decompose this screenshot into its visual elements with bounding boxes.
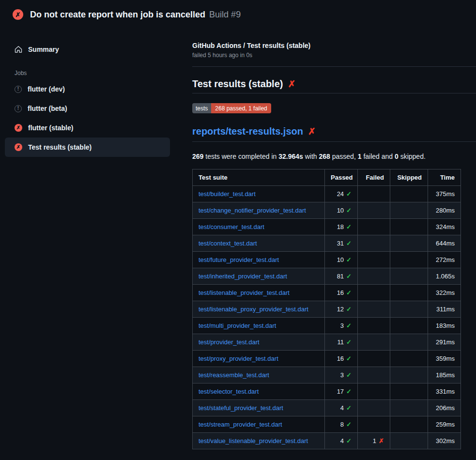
passed-cell: 3✓ (325, 367, 358, 383)
sidebar: Summary Jobs !flutter (dev)!flutter (bet… (0, 28, 192, 157)
column-header: Test suite (193, 169, 325, 186)
count-value: 12 (337, 306, 344, 313)
failed-cell (358, 416, 390, 433)
column-header: Failed (358, 169, 390, 186)
failed-cell (358, 351, 390, 367)
check-run-status-text: failed 5 hours ago in 0s (192, 52, 476, 59)
suite-cell: test/stateful_provider_test.dart (193, 400, 325, 416)
test-suite-link[interactable]: test/change_notifier_provider_test.dart (199, 207, 306, 214)
sidebar-job-label: flutter (dev) (28, 85, 65, 93)
table-row: test/inherited_provider_test.dart81✓1.06… (193, 268, 461, 285)
test-suite-link[interactable]: test/selector_test.dart (199, 388, 259, 395)
main-content: GitHub Actions / Test results (stable) f… (192, 28, 476, 449)
suite-cell: test/future_provider_test.dart (193, 252, 325, 268)
table-row: test/proxy_provider_test.dart16✓359ms (193, 351, 461, 367)
time-cell: 280ms (428, 202, 461, 219)
test-suite-link[interactable]: test/listenable_provider_test.dart (199, 289, 290, 296)
check-run-breadcrumb: GitHub Actions / Test results (stable) (192, 42, 476, 49)
failed-cell (358, 318, 390, 334)
check-icon: ✓ (346, 338, 352, 346)
sidebar-job-label: Test results (stable) (28, 143, 92, 151)
failed-cell (358, 400, 390, 416)
sidebar-item-job[interactable]: !flutter (beta) (5, 99, 170, 118)
check-icon: ✓ (346, 190, 352, 198)
test-suite-link[interactable]: test/proxy_provider_test.dart (199, 355, 278, 362)
count-value: 24 (337, 190, 344, 198)
home-icon (15, 46, 22, 53)
skipped-cell (390, 400, 428, 416)
table-row: test/builder_test.dart24✓375ms (193, 186, 461, 202)
skipped-cell (390, 285, 428, 301)
sidebar-item-job[interactable]: ✗flutter (stable) (5, 118, 170, 138)
suite-cell: test/reassemble_test.dart (193, 367, 325, 383)
section-heading: Test results (stable)✗ (192, 78, 476, 93)
count-value: 81 (337, 273, 344, 280)
report-file-link[interactable]: reports/test-results.json (192, 126, 303, 137)
time-cell: 322ms (428, 285, 461, 301)
sidebar-item-job[interactable]: !flutter (dev) (5, 79, 170, 99)
test-suite-link[interactable]: test/provider_test.dart (199, 338, 260, 346)
table-row: test/reassemble_test.dart3✓185ms (193, 367, 461, 383)
failed-cell (358, 186, 390, 202)
cancelled-icon: ! (15, 105, 22, 112)
table-row: test/listenable_provider_test.dart16✓322… (193, 285, 461, 301)
suite-cell: test/provider_test.dart (193, 334, 325, 351)
suite-cell: test/listenable_provider_test.dart (193, 285, 325, 301)
passed-cell: 16✓ (325, 351, 358, 367)
test-suite-link[interactable]: test/future_provider_test.dart (199, 256, 279, 263)
suite-cell: test/consumer_test.dart (193, 219, 325, 235)
check-icon: ✓ (346, 355, 352, 362)
count-value: 11 (338, 338, 344, 346)
count-value: 16 (337, 289, 344, 296)
check-icon: ✓ (346, 404, 352, 412)
table-row: test/selector_test.dart17✓331ms (193, 383, 461, 400)
test-suite-link[interactable]: test/inherited_provider_test.dart (199, 273, 287, 280)
sidebar-item-summary[interactable]: Summary (5, 40, 170, 59)
sidebar-jobs-list: !flutter (dev)!flutter (beta)✗flutter (s… (5, 79, 170, 157)
time-cell: 259ms (428, 416, 461, 433)
count-value: 3 (340, 322, 344, 329)
count-value: 1 (373, 437, 376, 445)
suite-cell: test/listenable_proxy_provider_test.dart (193, 301, 325, 318)
time-cell: 291ms (428, 334, 461, 351)
suite-cell: test/value_listenable_provider_test.dart (193, 433, 325, 449)
summary-fragment: 1 (358, 153, 362, 160)
test-suite-link[interactable]: test/value_listenable_provider_test.dart (199, 437, 308, 445)
count-value: 4 (340, 404, 344, 412)
test-suite-link[interactable]: test/stream_provider_test.dart (199, 421, 282, 428)
cancelled-icon: ! (15, 86, 22, 93)
test-suite-link[interactable]: test/consumer_test.dart (199, 223, 264, 230)
sidebar-item-job[interactable]: ✗Test results (stable) (5, 138, 170, 157)
suite-cell: test/context_test.dart (193, 235, 325, 252)
run-failed-icon: ✗ (13, 9, 23, 20)
test-suite-link[interactable]: test/stateful_provider_test.dart (199, 404, 283, 412)
time-cell: 331ms (428, 383, 461, 400)
test-suite-link[interactable]: test/listenable_proxy_provider_test.dart (199, 306, 308, 313)
skipped-cell (390, 268, 428, 285)
check-icon: ✓ (346, 306, 352, 313)
test-suite-link[interactable]: test/multi_provider_test.dart (199, 322, 276, 329)
test-suite-link[interactable]: test/builder_test.dart (199, 190, 256, 198)
passed-cell: 10✓ (325, 252, 358, 268)
summary-fragment: tests were completed in (203, 153, 278, 160)
check-icon: ✓ (346, 256, 352, 263)
passed-cell: 81✓ (325, 268, 358, 285)
count-value: 4 (340, 437, 344, 445)
run-title-bar: ✗ Do not create report when job is cance… (0, 0, 476, 28)
count-value: 3 (340, 371, 344, 379)
tests-badge-label: tests (192, 103, 211, 113)
test-suite-link[interactable]: test/reassemble_test.dart (199, 371, 269, 379)
time-cell: 183ms (428, 318, 461, 334)
test-suite-link[interactable]: test/context_test.dart (199, 240, 257, 247)
count-value: 8 (340, 421, 344, 428)
time-cell: 359ms (428, 351, 461, 367)
suite-cell: test/change_notifier_provider_test.dart (193, 202, 325, 219)
time-cell: 1.065s (428, 268, 461, 285)
failed-cell (358, 285, 390, 301)
passed-cell: 11✓ (325, 334, 358, 351)
failed-cell: 1✗ (358, 433, 390, 449)
summary-fragment: 0 (395, 153, 399, 160)
check-icon: ✓ (346, 322, 352, 329)
failed-cell (358, 268, 390, 285)
cross-mark-icon: ✗ (308, 126, 316, 137)
